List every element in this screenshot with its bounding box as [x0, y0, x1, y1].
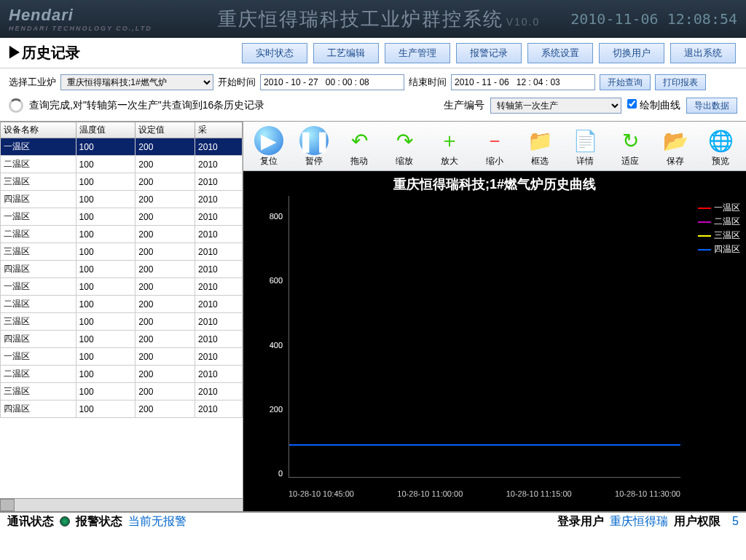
x-axis: 10-28-10 10:45:0010-28-10 11:00:0010-28-…	[288, 489, 680, 498]
legend-item: 四温区	[698, 243, 740, 256]
horizontal-scrollbar[interactable]	[0, 498, 243, 511]
nav-工艺编辑[interactable]: 工艺编辑	[313, 43, 379, 63]
chart-tool-拖动[interactable]: ↶拖动	[337, 125, 382, 170]
table-row[interactable]: 二温区1002002010	[1, 226, 243, 243]
tool-icon: 📂	[661, 126, 690, 155]
tool-icon: ↻	[616, 126, 645, 155]
tool-icon: 📁	[525, 126, 554, 155]
nav-退出系统[interactable]: 退出系统	[670, 43, 736, 63]
legend-item: 三温区	[698, 229, 740, 242]
table-row[interactable]: 一温区1002002010	[1, 138, 243, 156]
filter-bar-1: 选择工业炉 重庆恒得瑞科技;1#燃气炉 开始时间 结束时间 开始查询 打印报表	[0, 68, 746, 93]
chart-tool-放大[interactable]: ＋放大	[427, 125, 472, 170]
tool-icon: ↷	[390, 126, 419, 155]
furnace-label: 选择工业炉	[9, 76, 56, 89]
status-bar: 通讯状态 报警状态 当前无报警 登录用户 重庆恒得瑞 用户权限 5	[0, 511, 746, 530]
app-title: 重庆恒得瑞科技工业炉群控系统V10.0	[218, 7, 541, 32]
main-toolbar: ▶历史记录 实时状态工艺编辑生产管理报警记录系统设置切换用户退出系统	[0, 38, 746, 68]
status-row: 查询完成,对"转轴第一次生产"共查询到16条历史记录 生产编号 转轴第一次生产 …	[0, 93, 746, 121]
table-row[interactable]: 四温区1002002010	[1, 401, 243, 418]
table-row[interactable]: 三温区1002002010	[1, 383, 243, 401]
perm-label: 用户权限	[674, 514, 721, 529]
chart-legend: 一温区二温区三温区四温区	[698, 200, 740, 257]
print-button[interactable]: 打印报表	[655, 74, 706, 90]
page-title: ▶历史记录	[7, 43, 80, 63]
table-row[interactable]: 一温区1002002010	[1, 278, 243, 296]
main-content: 设备名称温度值设定值采一温区1002002010二温区1002002010三温区…	[0, 121, 746, 511]
perm-value: 5	[732, 515, 739, 528]
chart-tool-暂停[interactable]: ❚❚暂停	[291, 125, 337, 170]
loading-spinner-icon	[9, 98, 23, 113]
furnace-select[interactable]: 重庆恒得瑞科技;1#燃气炉	[60, 74, 213, 90]
user-label: 登录用户	[557, 514, 604, 529]
tool-icon: 📄	[570, 126, 600, 155]
tool-icon: －	[480, 126, 509, 155]
col-header[interactable]: 设定值	[136, 122, 195, 138]
table-row[interactable]: 二温区1002002010	[1, 366, 243, 383]
table-row[interactable]: 四温区1002002010	[1, 191, 243, 208]
table-row[interactable]: 三温区1002002010	[1, 313, 243, 331]
status-message: 查询完成,对"转轴第一次生产"共查询到16条历史记录	[29, 99, 264, 112]
col-header[interactable]: 温度值	[76, 122, 136, 138]
nav-切换用户[interactable]: 切换用户	[599, 43, 664, 63]
chart-title: 重庆恒得瑞科技;1#燃气炉历史曲线	[243, 171, 746, 197]
tool-icon: 🌐	[706, 126, 735, 155]
col-header[interactable]: 采	[195, 122, 243, 138]
chart-tool-框选[interactable]: 📁框选	[517, 125, 562, 170]
col-header[interactable]: 设备名称	[1, 122, 76, 138]
table-row[interactable]: 三温区1002002010	[1, 173, 243, 191]
table-row[interactable]: 三温区1002002010	[1, 243, 243, 261]
table-row[interactable]: 一温区1002002010	[1, 348, 243, 366]
y-axis: 0200400600800	[264, 193, 286, 482]
app-header: Hendari HENDARI TECHNOLOGY CO.,LTD 重庆恒得瑞…	[0, 0, 746, 38]
table-row[interactable]: 二温区1002002010	[1, 156, 243, 173]
draw-curve-checkbox[interactable]: 绘制曲线	[627, 99, 680, 112]
nav-报警记录[interactable]: 报警记录	[456, 43, 522, 63]
tool-icon: ▶	[254, 126, 283, 155]
history-table[interactable]: 设备名称温度值设定值采一温区1002002010二温区1002002010三温区…	[0, 122, 243, 418]
logo: Hendari HENDARI TECHNOLOGY CO.,LTD	[9, 6, 152, 32]
chart-tool-缩放[interactable]: ↷缩放	[382, 125, 427, 170]
legend-item: 一温区	[698, 202, 740, 214]
tool-icon: ＋	[435, 126, 464, 155]
query-button[interactable]: 开始查询	[600, 74, 651, 90]
chart-tool-预览[interactable]: 🌐预览	[698, 125, 743, 170]
data-table-pane: 设备名称温度值设定值采一温区1002002010二温区1002002010三温区…	[0, 122, 243, 511]
nav-生产管理[interactable]: 生产管理	[385, 43, 450, 63]
comm-status-label: 通讯状态	[7, 514, 54, 529]
start-time-input[interactable]	[260, 74, 404, 90]
export-button[interactable]: 导出数据	[686, 98, 737, 114]
production-label: 生产编号	[444, 99, 484, 112]
table-row[interactable]: 四温区1002002010	[1, 261, 243, 278]
chart-toolbar: ▶复位❚❚暂停↶拖动↷缩放＋放大－缩小📁框选📄详情↻适应📂保存🌐预览	[243, 122, 746, 171]
chart-tool-详情[interactable]: 📄详情	[562, 125, 608, 170]
end-time-label: 结束时间	[409, 76, 447, 89]
legend-item: 二温区	[698, 216, 740, 228]
user-value: 重庆恒得瑞	[610, 514, 668, 529]
tool-icon: ❚❚	[299, 126, 329, 155]
chart-pane: ▶复位❚❚暂停↶拖动↷缩放＋放大－缩小📁框选📄详情↻适应📂保存🌐预览 重庆恒得瑞…	[243, 122, 746, 511]
alarm-status-label: 报警状态	[76, 514, 122, 529]
chart-area[interactable]: 重庆恒得瑞科技;1#燃气炉历史曲线 一温区二温区三温区四温区 020040060…	[243, 171, 746, 511]
production-select[interactable]: 转轴第一次生产	[490, 98, 621, 114]
start-time-label: 开始时间	[218, 76, 256, 89]
table-row[interactable]: 四温区1002002010	[1, 331, 243, 348]
end-time-input[interactable]	[451, 74, 595, 90]
chart-tool-适应[interactable]: ↻适应	[608, 125, 653, 170]
plot-area	[288, 196, 680, 478]
comm-led-icon	[60, 516, 70, 527]
table-row[interactable]: 一温区1002002010	[1, 208, 243, 226]
tool-icon: ↶	[345, 126, 374, 155]
chart-tool-保存[interactable]: 📂保存	[653, 125, 698, 170]
nav-系统设置[interactable]: 系统设置	[527, 43, 593, 63]
nav-实时状态[interactable]: 实时状态	[242, 43, 307, 63]
table-row[interactable]: 二温区1002002010	[1, 296, 243, 313]
alarm-status-value: 当前无报警	[128, 514, 186, 529]
chart-tool-缩小[interactable]: －缩小	[472, 125, 517, 170]
chart-tool-复位[interactable]: ▶复位	[246, 125, 291, 170]
clock: 2010-11-06 12:08:54	[570, 10, 737, 28]
